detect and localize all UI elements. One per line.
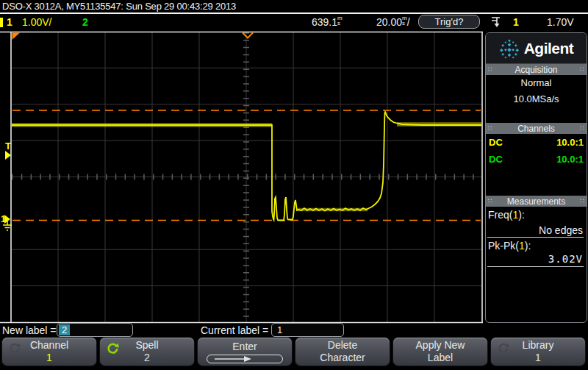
drag-grip-icon: ∷ xyxy=(580,198,584,204)
waveform-display[interactable]: T 1 xyxy=(0,31,484,324)
channel2-coupling: DC xyxy=(489,154,503,165)
measurement-pkpk-value: 3.02V xyxy=(548,253,583,265)
softkey-apply-new-label[interactable]: Apply New Label xyxy=(393,338,487,366)
info-sidebar: Agilent ∷ Acquisition ∷ Normal 10.0MSa/s… xyxy=(485,32,587,323)
channel2-probe-ratio: 10.0:1 xyxy=(556,154,584,165)
drag-grip-icon: ∷ xyxy=(488,125,492,132)
channel1-probe-ratio: 10.0:1 xyxy=(556,137,584,148)
cycle-icon xyxy=(107,342,119,357)
falling-edge-trigger-icon xyxy=(491,16,502,30)
oscilloscope-screen: DSO-X 3012A, MY51135547: Sun Sep 29 00:4… xyxy=(0,0,588,370)
new-label-caption: New label = xyxy=(2,324,57,336)
new-label-value: 2 xyxy=(59,324,70,335)
svg-text:T: T xyxy=(5,140,11,152)
sample-rate: 10.0MSa/s xyxy=(486,93,587,104)
new-label-input[interactable]: 2 xyxy=(57,323,133,337)
brand-name: Agilent xyxy=(524,40,574,57)
channel1-coupling: DC xyxy=(489,137,503,148)
current-label-caption: Current label = xyxy=(201,324,268,336)
cycle-ghost-icon xyxy=(9,342,21,357)
grid-lines xyxy=(12,32,481,322)
channel2-info-row: DC 10.0:1 xyxy=(486,154,587,165)
channel2-indicator[interactable]: 2 xyxy=(82,16,88,28)
agilent-starburst-icon xyxy=(499,38,520,59)
softkey-row: Channel 1 Spell 2 Enter Delet xyxy=(0,338,588,367)
softkey-delete-character[interactable]: Delete Character xyxy=(295,338,390,366)
acquisition-mode: Normal xyxy=(486,77,587,88)
label-edit-bar: New label = 2 Current label = 1 xyxy=(0,323,588,338)
current-label-value: 1 xyxy=(273,324,286,335)
measurements-section-header[interactable]: ∷ Measurements ∷ xyxy=(486,196,587,207)
trigger-status-badge[interactable]: Trig'd? xyxy=(418,15,480,29)
brand-box: Agilent xyxy=(486,33,587,64)
channel1-indicator[interactable]: 1 xyxy=(7,16,12,28)
softkey-channel[interactable]: Channel 1 xyxy=(2,338,96,366)
status-row: 1 1.00V/ 2 639.1ms 20.00ms/ Trig'd? 1 1.… xyxy=(0,14,588,30)
time-reference-marker-icon xyxy=(12,33,21,40)
measurement-divider xyxy=(487,266,584,267)
trigger-source: 1 xyxy=(513,16,519,28)
channel1-ground-marker[interactable]: 1 xyxy=(1,214,12,230)
measurement-freq-label: Freq(1): xyxy=(488,209,525,221)
channel1-info-row: DC 10.0:1 xyxy=(486,137,587,148)
channels-section-header[interactable]: ∷ Channels ∷ xyxy=(486,123,587,134)
softkey-library[interactable]: Library 1 xyxy=(491,338,585,366)
trigger-time-marker-icon[interactable] xyxy=(243,33,253,38)
current-label-display: 1 xyxy=(271,323,344,337)
title-bar: DSO-X 3012A, MY51135547: Sun Sep 29 00:4… xyxy=(0,0,588,14)
device-title: DSO-X 3012A, MY51135547: Sun Sep 29 00:4… xyxy=(2,1,236,12)
measurement-divider xyxy=(487,237,584,238)
trigger-level-readout: 1.70V xyxy=(547,16,574,28)
drag-grip-icon: ∷ xyxy=(580,66,584,73)
trigger-level-marker[interactable]: T xyxy=(5,140,11,160)
measurement-freq-value: No edges xyxy=(539,224,583,236)
channel1-color-tab-icon xyxy=(0,18,3,27)
softkey-enter[interactable]: Enter xyxy=(198,338,292,366)
time-position-readout: 639.1ms xyxy=(312,16,343,28)
drag-grip-icon: ∷ xyxy=(580,125,584,132)
timebase-readout: 20.00ms/ xyxy=(376,16,410,28)
cycle-ghost-icon xyxy=(498,342,509,357)
drag-grip-icon: ∷ xyxy=(488,198,492,204)
drag-grip-icon: ∷ xyxy=(488,66,492,73)
enter-arrow-icon xyxy=(207,355,283,363)
channel1-scale[interactable]: 1.00V/ xyxy=(22,16,51,28)
measurement-pkpk-label: Pk-Pk(1): xyxy=(488,240,531,252)
acquisition-section-header[interactable]: ∷ Acquisition ∷ xyxy=(486,64,587,75)
softkey-spell[interactable]: Spell 2 xyxy=(100,338,194,366)
